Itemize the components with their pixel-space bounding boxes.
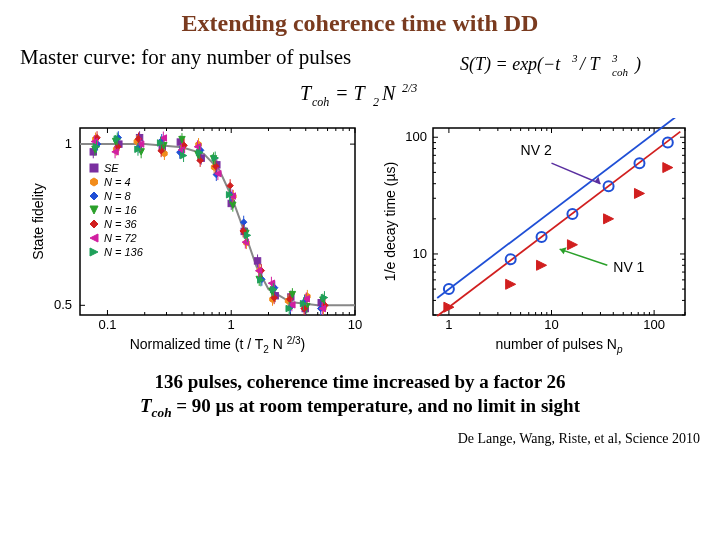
svg-rect-79 [254,258,260,264]
svg-text:NV 1: NV 1 [613,259,644,275]
svg-point-367 [663,138,673,148]
svg-text:0.1: 0.1 [98,317,116,332]
svg-text:N: N [381,82,397,104]
svg-text:2: 2 [373,95,379,109]
svg-text:coh: coh [312,95,329,109]
summary-line-1: 136 pulses, coherence time increased by … [20,371,700,393]
svg-text:N = 136: N = 136 [104,246,144,258]
svg-text:N = 16: N = 16 [104,204,138,216]
chart-scaling: 11010010100NV 2NV 11/e decay time (µs)nu… [375,118,695,363]
svg-text:State fidelity: State fidelity [30,183,46,259]
svg-marker-258 [91,178,98,186]
svg-text:3: 3 [571,52,578,64]
svg-text:1: 1 [445,317,452,332]
svg-text:N = 36: N = 36 [104,218,138,230]
svg-text:N = 72: N = 72 [104,232,137,244]
svg-marker-355 [506,279,516,289]
svg-text:1: 1 [65,136,72,151]
svg-text:NV 2: NV 2 [521,142,552,158]
svg-marker-260 [90,192,98,200]
svg-text:10: 10 [544,317,558,332]
svg-marker-262 [90,206,98,214]
formula-center: T coh = T 2 N 2/3 [20,80,700,110]
svg-text:1: 1 [228,317,235,332]
svg-text:): ) [634,54,641,75]
chart-master-curve: 0.510.1110SEN = 4N = 8N = 16N = 36N = 72… [25,118,365,363]
svg-text:10: 10 [413,246,427,261]
svg-marker-268 [90,248,98,256]
svg-text:0.5: 0.5 [54,297,72,312]
svg-marker-360 [663,163,673,173]
svg-text:2/3: 2/3 [402,81,417,95]
svg-text:1/e decay time (µs): 1/e decay time (µs) [382,162,398,281]
svg-text:coh: coh [612,66,628,78]
formula-right: S(T) = exp(−t 3 / T 3 coh ) [460,50,690,80]
svg-marker-359 [634,188,644,198]
svg-marker-357 [567,240,577,250]
svg-rect-256 [90,164,98,172]
svg-text:100: 100 [643,317,665,332]
svg-line-372 [560,249,608,265]
summary-line-2: Tcoh = 90 µs at room temperature, and no… [20,395,700,421]
slide-title: Extending coherence time with DD [20,10,700,37]
svg-text:10: 10 [348,317,362,332]
svg-text:N = 4: N = 4 [104,176,131,188]
svg-text:100: 100 [405,129,427,144]
svg-text:= T: = T [335,82,366,104]
svg-marker-266 [90,234,98,242]
svg-marker-264 [90,220,98,228]
svg-text:3: 3 [611,52,618,64]
svg-text:SE: SE [104,162,119,174]
svg-text:number of pulses Np: number of pulses Np [496,336,623,355]
citation: De Lange, Wang, Riste, et al, Science 20… [20,431,700,447]
svg-text:Normalized time  (t / T2  N 2/: Normalized time (t / T2 N 2/3) [130,335,306,355]
svg-text:N = 8: N = 8 [104,190,131,202]
svg-text:S(T) = exp(−t: S(T) = exp(−t [460,54,561,75]
svg-marker-358 [604,214,614,224]
svg-line-369 [552,163,601,184]
svg-text:/ T: / T [579,54,602,74]
svg-marker-356 [537,260,547,270]
